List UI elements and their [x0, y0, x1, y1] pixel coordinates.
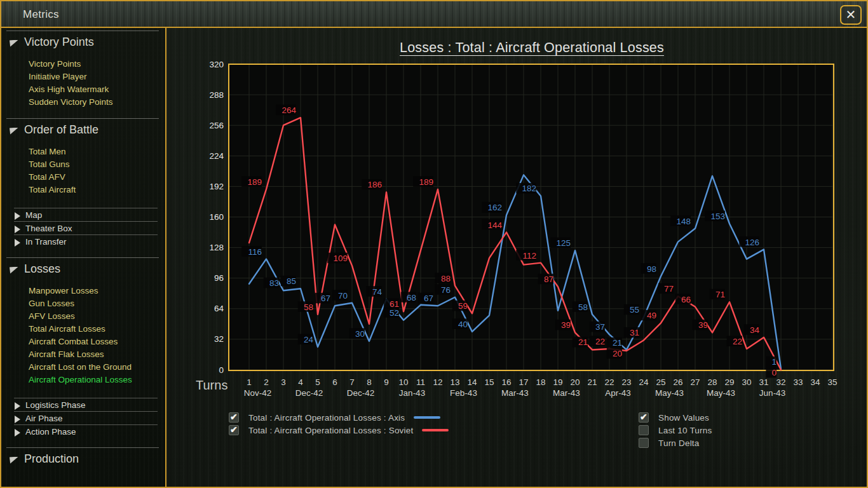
x-month-label: Mar-43 [553, 388, 580, 398]
sidebar-item-axis-high-watermark[interactable]: Axis High Watermark [29, 83, 165, 96]
section-header-production[interactable]: Production [1, 448, 165, 466]
y-tick-label: 288 [209, 90, 224, 100]
value-label: 59 [458, 301, 468, 311]
triangle-expanded-icon [10, 128, 18, 135]
sidebar-item-total-men[interactable]: Total Men [29, 146, 165, 158]
x-tick-label: 24 [639, 377, 649, 387]
x-tick-label: 12 [433, 377, 442, 387]
option-turn-delta-checkbox[interactable] [639, 438, 649, 448]
option-show-values-checkbox[interactable] [639, 412, 649, 423]
x-tick-label: 29 [724, 377, 734, 387]
x-tick-label: 15 [484, 377, 494, 387]
value-label: 61 [390, 299, 399, 309]
x-tick-label: 14 [467, 377, 477, 387]
x-month-label: Dec-42 [295, 388, 323, 398]
close-button[interactable]: ✕ [840, 5, 862, 25]
legend-soviet-row: Total : Aircraft Operational Losses : So… [229, 424, 449, 437]
value-label: 98 [647, 264, 656, 274]
section-header-victory-points[interactable]: Victory Points [1, 31, 165, 49]
value-label: 70 [338, 291, 348, 301]
value-label: 68 [407, 293, 416, 302]
section-header-label: Losses [24, 262, 60, 276]
value-label: 39 [698, 320, 708, 330]
sidebar-item-initiative-player[interactable]: Initiative Player [29, 71, 165, 83]
triangle-expanded-icon [10, 267, 18, 274]
sidebar-item-victory-points[interactable]: Victory Points [29, 58, 165, 71]
x-tick-label: 33 [793, 377, 803, 387]
x-tick-label: 16 [501, 377, 511, 387]
sidebar-item-aircraft-combat-losses[interactable]: Aircraft Combat Losses [29, 336, 165, 348]
sidebar: Victory PointsVictory PointsInitiative P… [1, 28, 166, 487]
section-header-losses[interactable]: Losses [1, 258, 165, 276]
triangle-expanded-icon [10, 40, 18, 47]
x-tick-label: 32 [776, 377, 785, 387]
x-axis-label: Turns [196, 378, 227, 393]
sidebar-item-total-aircraft[interactable]: Total Aircraft [29, 184, 165, 196]
option-turn-delta-row: Turn Delta [639, 437, 712, 449]
collapsed-section-in-transfer[interactable]: In Transfer [14, 234, 158, 248]
x-tick-label: 11 [416, 377, 425, 387]
x-tick-label: 28 [707, 377, 717, 387]
chart-legend: Total : Aircraft Operational Losses : Ax… [229, 411, 449, 437]
legend-soviet-checkbox[interactable] [229, 425, 239, 435]
sidebar-item-sudden-victory-points[interactable]: Sudden Victory Points [29, 96, 165, 109]
collapsed-section-label: Logistics Phase [25, 400, 86, 410]
x-tick-label: 18 [536, 377, 545, 387]
sidebar-item-afv-losses[interactable]: AFV Losses [29, 310, 165, 323]
sidebar-item-manpower-losses[interactable]: Manpower Losses [29, 285, 165, 297]
sidebar-item-total-aircraft-losses[interactable]: Total Aircraft Losses [29, 323, 165, 336]
value-label: 58 [304, 302, 313, 312]
sidebar-item-aircraft-operational-losses[interactable]: Aircraft Operational Losses [29, 374, 165, 386]
value-label: 88 [441, 274, 451, 283]
triangle-collapsed-icon [15, 402, 20, 410]
value-label: 126 [745, 238, 759, 247]
collapsed-section-label: Action Phase [25, 427, 76, 437]
value-label: 21 [578, 337, 588, 347]
section-header-order-of-battle[interactable]: Order of Battle [1, 119, 165, 137]
legend-axis-row: Total : Aircraft Operational Losses : Ax… [229, 411, 449, 424]
value-label: 37 [595, 322, 605, 332]
collapsed-section-label: Map [25, 210, 42, 220]
x-tick-label: 1 [247, 377, 252, 387]
triangle-collapsed-icon [15, 212, 20, 220]
collapsed-section-air-phase[interactable]: Air Phase [14, 411, 158, 424]
collapsed-section-logistics-phase[interactable]: Logistics Phase [14, 398, 158, 411]
y-tick-label: 224 [209, 151, 224, 161]
value-label: 1 [771, 357, 776, 367]
sidebar-item-gun-losses[interactable]: Gun Losses [29, 297, 165, 310]
legend-soviet-line-swatch [422, 429, 449, 431]
x-tick-label: 26 [673, 377, 682, 387]
x-tick-label: 25 [656, 377, 665, 387]
x-tick-label: 19 [553, 377, 562, 387]
option-last-10-turns-checkbox[interactable] [639, 425, 649, 435]
value-label: 20 [613, 349, 622, 358]
metrics-window: Metrics ✕ Victory PointsVictory PointsIn… [0, 0, 868, 488]
y-tick-label: 0 [219, 365, 224, 375]
collapsed-section-label: Air Phase [25, 414, 63, 423]
x-month-label: Jan-43 [399, 388, 425, 398]
x-tick-label: 9 [384, 377, 389, 387]
section-header-label: Order of Battle [24, 123, 98, 137]
value-label: 144 [487, 220, 502, 230]
value-label: 71 [715, 290, 725, 299]
losses-line-chart: 0326496128160192224256288320123456789101… [192, 58, 840, 402]
y-tick-label: 256 [209, 121, 224, 130]
sidebar-item-total-afv[interactable]: Total AFV [29, 171, 165, 184]
triangle-collapsed-icon [15, 416, 20, 423]
sidebar-item-aircraft-lost-on-the-ground[interactable]: Aircraft Lost on the Ground [29, 361, 165, 374]
sidebar-item-total-guns[interactable]: Total Guns [29, 158, 165, 171]
legend-axis-checkbox[interactable] [229, 412, 239, 423]
value-label: 189 [247, 177, 262, 187]
triangle-collapsed-icon [15, 239, 20, 247]
collapsed-section-theater-box[interactable]: Theater Box [14, 221, 158, 234]
collapsed-section-action-phase[interactable]: Action Phase [14, 424, 158, 438]
value-label: 153 [710, 212, 725, 221]
collapsed-section-map[interactable]: Map [14, 208, 158, 221]
x-tick-label: 30 [742, 377, 751, 387]
sidebar-item-aircraft-flak-losses[interactable]: Aircraft Flak Losses [29, 348, 165, 361]
value-label: 186 [367, 180, 382, 189]
x-tick-label: 27 [690, 377, 700, 387]
close-icon: ✕ [846, 8, 857, 22]
option-show-values-label: Show Values [658, 413, 709, 423]
x-month-label: Jun-43 [759, 388, 785, 398]
